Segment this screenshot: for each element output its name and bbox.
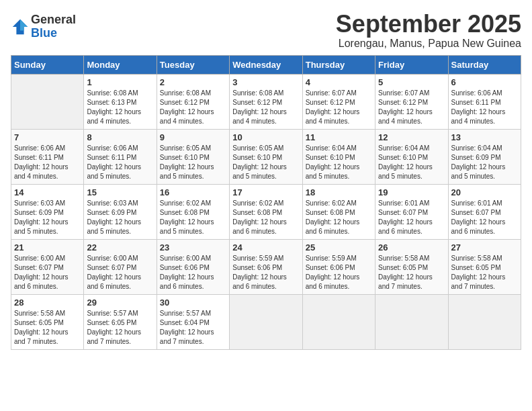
day-info: Sunrise: 6:05 AMSunset: 6:10 PMDaylight:… bbox=[232, 144, 299, 181]
day-info: Sunrise: 5:58 AMSunset: 6:05 PMDaylight:… bbox=[451, 254, 518, 291]
day-number: 14 bbox=[14, 187, 81, 197]
day-info: Sunrise: 6:06 AMSunset: 6:11 PMDaylight:… bbox=[14, 144, 81, 181]
calendar-week-4: 21Sunrise: 6:00 AMSunset: 6:07 PMDayligh… bbox=[11, 239, 521, 294]
day-info: Sunrise: 6:07 AMSunset: 6:12 PMDaylight:… bbox=[378, 89, 445, 126]
day-number: 11 bbox=[306, 132, 372, 142]
calendar-header-row: SundayMondayTuesdayWednesdayThursdayFrid… bbox=[11, 55, 521, 74]
day-number: 2 bbox=[160, 77, 226, 87]
day-number: 9 bbox=[160, 132, 226, 142]
day-number: 28 bbox=[14, 298, 81, 308]
calendar-cell: 8Sunrise: 6:06 AMSunset: 6:11 PMDaylight… bbox=[84, 129, 157, 184]
day-info: Sunrise: 6:08 AMSunset: 6:12 PMDaylight:… bbox=[232, 89, 299, 126]
header-saturday: Saturday bbox=[448, 55, 521, 74]
calendar-cell: 19Sunrise: 6:01 AMSunset: 6:07 PMDayligh… bbox=[375, 184, 448, 239]
title-block: September 2025 Lorengau, Manus, Papua Ne… bbox=[336, 11, 521, 50]
header-wednesday: Wednesday bbox=[230, 55, 302, 74]
day-info: Sunrise: 6:06 AMSunset: 6:11 PMDaylight:… bbox=[87, 144, 153, 181]
day-number: 8 bbox=[87, 132, 153, 142]
calendar-cell: 25Sunrise: 5:59 AMSunset: 6:06 PMDayligh… bbox=[302, 239, 375, 294]
calendar-cell: 21Sunrise: 6:00 AMSunset: 6:07 PMDayligh… bbox=[11, 239, 84, 294]
day-number: 4 bbox=[306, 77, 372, 87]
calendar-cell: 4Sunrise: 6:07 AMSunset: 6:12 PMDaylight… bbox=[302, 74, 375, 129]
calendar-week-2: 7Sunrise: 6:06 AMSunset: 6:11 PMDaylight… bbox=[11, 129, 521, 184]
day-info: Sunrise: 5:57 AMSunset: 6:05 PMDaylight:… bbox=[87, 309, 153, 347]
day-info: Sunrise: 5:58 AMSunset: 6:05 PMDaylight:… bbox=[378, 254, 445, 291]
calendar-cell: 2Sunrise: 6:08 AMSunset: 6:12 PMDaylight… bbox=[157, 74, 229, 129]
header-friday: Friday bbox=[375, 55, 448, 74]
calendar-cell: 24Sunrise: 5:59 AMSunset: 6:06 PMDayligh… bbox=[230, 239, 302, 294]
day-number: 16 bbox=[160, 187, 226, 197]
logo-blue-text: Blue bbox=[31, 27, 76, 40]
calendar-cell: 3Sunrise: 6:08 AMSunset: 6:12 PMDaylight… bbox=[230, 74, 302, 129]
day-number: 12 bbox=[378, 132, 445, 142]
calendar-table: SundayMondayTuesdayWednesdayThursdayFrid… bbox=[11, 55, 521, 350]
day-info: Sunrise: 6:00 AMSunset: 6:07 PMDaylight:… bbox=[14, 254, 81, 291]
header-monday: Monday bbox=[84, 55, 157, 74]
day-info: Sunrise: 6:03 AMSunset: 6:09 PMDaylight:… bbox=[14, 199, 81, 236]
calendar-cell: 23Sunrise: 6:00 AMSunset: 6:06 PMDayligh… bbox=[157, 239, 229, 294]
day-number: 25 bbox=[306, 242, 372, 253]
day-number: 7 bbox=[14, 132, 81, 142]
calendar-cell: 12Sunrise: 6:04 AMSunset: 6:10 PMDayligh… bbox=[375, 129, 448, 184]
svg-marker-1 bbox=[20, 19, 28, 31]
day-info: Sunrise: 6:04 AMSunset: 6:10 PMDaylight:… bbox=[378, 144, 445, 181]
day-number: 18 bbox=[306, 187, 372, 197]
calendar-cell: 9Sunrise: 6:05 AMSunset: 6:10 PMDaylight… bbox=[157, 129, 229, 184]
calendar-cell: 10Sunrise: 6:05 AMSunset: 6:10 PMDayligh… bbox=[230, 129, 302, 184]
day-info: Sunrise: 6:07 AMSunset: 6:12 PMDaylight:… bbox=[306, 89, 372, 126]
day-number: 29 bbox=[87, 298, 153, 308]
day-number: 20 bbox=[451, 187, 518, 197]
calendar-cell: 7Sunrise: 6:06 AMSunset: 6:11 PMDaylight… bbox=[11, 129, 84, 184]
calendar-cell: 15Sunrise: 6:03 AMSunset: 6:09 PMDayligh… bbox=[84, 184, 157, 239]
calendar-cell: 13Sunrise: 6:04 AMSunset: 6:09 PMDayligh… bbox=[448, 129, 521, 184]
day-number: 1 bbox=[87, 77, 153, 87]
calendar-cell: 14Sunrise: 6:03 AMSunset: 6:09 PMDayligh… bbox=[11, 184, 84, 239]
day-info: Sunrise: 6:01 AMSunset: 6:07 PMDaylight:… bbox=[451, 199, 518, 236]
day-number: 19 bbox=[378, 187, 445, 197]
day-info: Sunrise: 6:08 AMSunset: 6:12 PMDaylight:… bbox=[160, 89, 226, 126]
header-tuesday: Tuesday bbox=[157, 55, 229, 74]
day-info: Sunrise: 6:02 AMSunset: 6:08 PMDaylight:… bbox=[232, 199, 299, 236]
calendar-cell: 18Sunrise: 6:02 AMSunset: 6:08 PMDayligh… bbox=[302, 184, 375, 239]
day-info: Sunrise: 6:02 AMSunset: 6:08 PMDaylight:… bbox=[306, 199, 372, 236]
day-info: Sunrise: 6:00 AMSunset: 6:07 PMDaylight:… bbox=[87, 254, 153, 291]
day-info: Sunrise: 6:05 AMSunset: 6:10 PMDaylight:… bbox=[160, 144, 226, 181]
logo-icon bbox=[11, 17, 30, 36]
day-number: 23 bbox=[160, 242, 226, 253]
calendar-cell: 26Sunrise: 5:58 AMSunset: 6:05 PMDayligh… bbox=[375, 239, 448, 294]
calendar-cell: 5Sunrise: 6:07 AMSunset: 6:12 PMDaylight… bbox=[375, 74, 448, 129]
day-info: Sunrise: 6:03 AMSunset: 6:09 PMDaylight:… bbox=[87, 199, 153, 236]
calendar-cell: 6Sunrise: 6:06 AMSunset: 6:11 PMDaylight… bbox=[448, 74, 521, 129]
calendar-cell bbox=[448, 294, 521, 349]
day-info: Sunrise: 5:57 AMSunset: 6:04 PMDaylight:… bbox=[160, 309, 226, 347]
day-info: Sunrise: 6:06 AMSunset: 6:11 PMDaylight:… bbox=[451, 89, 518, 126]
day-info: Sunrise: 6:00 AMSunset: 6:06 PMDaylight:… bbox=[160, 254, 226, 291]
day-number: 22 bbox=[87, 242, 153, 253]
logo-general-text: General bbox=[31, 13, 76, 27]
day-number: 5 bbox=[378, 77, 445, 87]
calendar-week-1: 1Sunrise: 6:08 AMSunset: 6:13 PMDaylight… bbox=[11, 74, 521, 129]
calendar-cell: 29Sunrise: 5:57 AMSunset: 6:05 PMDayligh… bbox=[84, 294, 157, 349]
day-number: 24 bbox=[232, 242, 299, 253]
calendar-cell: 1Sunrise: 6:08 AMSunset: 6:13 PMDaylight… bbox=[84, 74, 157, 129]
day-number: 26 bbox=[378, 242, 445, 253]
location-text: Lorengau, Manus, Papua New Guinea bbox=[336, 38, 521, 50]
day-number: 17 bbox=[232, 187, 299, 197]
day-info: Sunrise: 6:04 AMSunset: 6:10 PMDaylight:… bbox=[306, 144, 372, 181]
header-sunday: Sunday bbox=[11, 55, 84, 74]
calendar-week-3: 14Sunrise: 6:03 AMSunset: 6:09 PMDayligh… bbox=[11, 184, 521, 239]
day-number: 6 bbox=[451, 77, 518, 87]
calendar-cell bbox=[302, 294, 375, 349]
calendar-cell bbox=[11, 74, 84, 129]
calendar-cell: 16Sunrise: 6:02 AMSunset: 6:08 PMDayligh… bbox=[157, 184, 229, 239]
calendar-cell: 17Sunrise: 6:02 AMSunset: 6:08 PMDayligh… bbox=[230, 184, 302, 239]
day-info: Sunrise: 5:59 AMSunset: 6:06 PMDaylight:… bbox=[306, 254, 372, 291]
logo-text: General Blue bbox=[31, 13, 76, 40]
calendar-cell: 30Sunrise: 5:57 AMSunset: 6:04 PMDayligh… bbox=[157, 294, 229, 349]
month-title: September 2025 bbox=[336, 11, 521, 38]
day-number: 10 bbox=[232, 132, 299, 142]
calendar-cell: 22Sunrise: 6:00 AMSunset: 6:07 PMDayligh… bbox=[84, 239, 157, 294]
page-header: General Blue September 2025 Lorengau, Ma… bbox=[11, 11, 521, 50]
day-number: 27 bbox=[451, 242, 518, 253]
day-number: 13 bbox=[451, 132, 518, 142]
